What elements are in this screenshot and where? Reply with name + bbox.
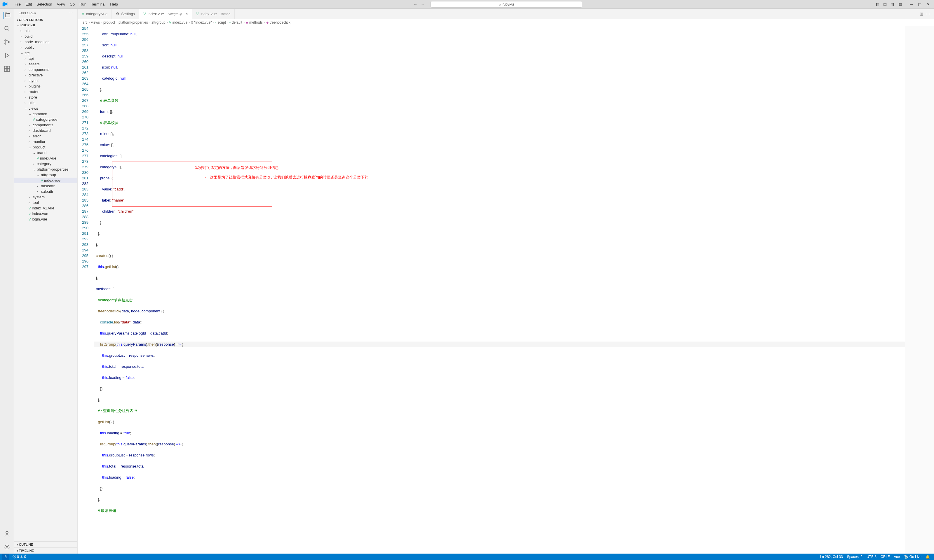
status-spaces[interactable]: Spaces: 2	[847, 555, 863, 559]
menu-bar: File Edit Selection View Go Run Terminal…	[10, 1, 120, 8]
close-icon[interactable]: ✕	[927, 2, 930, 6]
remote-button[interactable]: ⎘	[2, 554, 9, 560]
svg-point-8	[6, 531, 8, 534]
tab-close-icon[interactable]: ×	[186, 12, 188, 16]
folder-router[interactable]: ›router	[14, 89, 77, 94]
svg-rect-5	[5, 69, 7, 71]
folder-src[interactable]: ⌄src	[14, 50, 77, 56]
file-index-vue3[interactable]: Vindex.vue	[14, 211, 77, 217]
file-brand-index[interactable]: Vindex.vue	[14, 155, 77, 161]
folder-components[interactable]: ›components	[14, 67, 77, 72]
file-attrgroup-index[interactable]: Vindex.vue	[14, 178, 77, 183]
folder-directive[interactable]: ›directive	[14, 72, 77, 78]
timeline-section[interactable]: › TIMELINE	[14, 548, 77, 554]
file-login-vue[interactable]: Vlogin.vue	[14, 217, 77, 222]
folder-api[interactable]: ›api	[14, 56, 77, 61]
search-activity-icon[interactable]	[3, 25, 11, 32]
tab-index-brand[interactable]: Vindex.vue ...\brand	[192, 9, 235, 19]
extensions-icon[interactable]	[3, 65, 11, 72]
split-editor-icon[interactable]: ▥	[920, 12, 923, 16]
folder-layout[interactable]: ›layout	[14, 78, 77, 83]
project-section[interactable]: ⌄ RUOYI-UI	[14, 23, 77, 28]
menu-view[interactable]: View	[55, 1, 68, 8]
nav-forward-icon[interactable]: →	[421, 2, 425, 6]
explorer-title: EXPLORER	[18, 11, 36, 15]
svg-point-3	[8, 42, 9, 43]
folder-assets[interactable]: ›assets	[14, 61, 77, 67]
app-icon	[0, 2, 10, 7]
folder-saleattr[interactable]: ›saleattr	[14, 189, 77, 194]
nav-back-icon[interactable]: ←	[414, 2, 418, 6]
folder-brand[interactable]: ⌄brand	[14, 150, 77, 155]
layout-panel-icon[interactable]: ▤	[883, 2, 887, 6]
svg-rect-7	[7, 66, 10, 69]
folder-public[interactable]: ›public	[14, 45, 77, 50]
folder-plugins[interactable]: ›plugins	[14, 83, 77, 89]
tab-category[interactable]: Vcategory.vue	[78, 9, 112, 19]
menu-run[interactable]: Run	[77, 1, 89, 8]
code-area[interactable]: 2542552562572582592602612622632642652662…	[78, 26, 934, 554]
folder-node-modules[interactable]: ›node_modules	[14, 39, 77, 45]
outline-section[interactable]: › OUTLINE	[14, 542, 77, 548]
menu-go[interactable]: Go	[68, 1, 77, 8]
menu-help[interactable]: Help	[108, 1, 120, 8]
annotation-1: 写好时间绑定的方法，向后端发请求得到分组信息	[195, 165, 279, 170]
svg-rect-6	[7, 69, 10, 71]
layout-primary-icon[interactable]: ◧	[875, 2, 879, 6]
folder-monitor[interactable]: ›monitor	[14, 139, 77, 145]
file-category-vue[interactable]: Vcategory.vue	[14, 117, 77, 122]
folder-bin[interactable]: ›bin	[14, 28, 77, 34]
menu-terminal[interactable]: Terminal	[89, 1, 108, 8]
menu-file[interactable]: File	[12, 1, 23, 8]
folder-product[interactable]: ⌄product	[14, 145, 77, 150]
minimap[interactable]	[905, 26, 934, 554]
folder-views[interactable]: ⌄views	[14, 106, 77, 111]
menu-selection[interactable]: Selection	[34, 1, 54, 8]
folder-attrgroup[interactable]: ⌄attrgroup	[14, 172, 77, 178]
folder-baseattr[interactable]: ›baseattr	[14, 183, 77, 189]
explorer-sidebar: EXPLORER ⋯ › OPEN EDITORS ⌄ RUOYI-UI ›bi…	[14, 9, 78, 554]
maximize-icon[interactable]: ▢	[918, 2, 922, 6]
folder-system[interactable]: ›system	[14, 194, 77, 200]
debug-icon[interactable]	[3, 52, 11, 59]
folder-utils[interactable]: ›utils	[14, 100, 77, 106]
settings-gear-icon[interactable]	[3, 544, 11, 551]
more-icon[interactable]: ⋯	[69, 11, 73, 15]
folder-platform-properties[interactable]: ⌄platform-properties	[14, 166, 77, 172]
explorer-icon[interactable]	[3, 12, 11, 18]
code[interactable]: attrGroupName: null, sort: null, descrip…	[94, 26, 905, 554]
folder-store[interactable]: ›store	[14, 94, 77, 100]
status-errors[interactable]: ⓧ 0 ⚠ 0	[12, 554, 26, 559]
layout-secondary-icon[interactable]: ◨	[891, 2, 894, 6]
breadcrumb[interactable]: src› views› product› platform-properties…	[78, 19, 934, 26]
account-icon[interactable]	[3, 530, 11, 537]
status-bell-icon[interactable]: 🔔	[926, 555, 930, 559]
command-center[interactable]: ⌕ ruoyi-ui	[430, 1, 582, 8]
open-editors-section[interactable]: › OPEN EDITORS	[14, 17, 77, 23]
folder-components2[interactable]: ›components	[14, 122, 77, 128]
file-index-v1[interactable]: Vindex_v1.vue	[14, 205, 77, 211]
status-eol[interactable]: CRLF	[881, 555, 889, 559]
tab-index-attrgroup[interactable]: Vindex.vue ...\attrgroup×	[139, 9, 192, 19]
folder-common[interactable]: ⌄common	[14, 111, 77, 117]
folder-dashboard[interactable]: ›dashboard	[14, 128, 77, 133]
folder-error[interactable]: ›error	[14, 133, 77, 139]
menu-edit[interactable]: Edit	[23, 1, 34, 8]
folder-category[interactable]: ›category	[14, 161, 77, 166]
layout-customize-icon[interactable]: ▦	[899, 2, 902, 6]
activity-bar	[0, 9, 14, 554]
minimize-icon[interactable]: ─	[910, 2, 913, 6]
scm-icon[interactable]	[3, 38, 11, 46]
status-ln-col[interactable]: Ln 282, Col 33	[820, 555, 843, 559]
status-golive[interactable]: 📡 Go Live	[904, 555, 922, 559]
titlebar: File Edit Selection View Go Run Terminal…	[0, 0, 934, 9]
more-actions-icon[interactable]: ⋯	[926, 12, 930, 16]
tab-settings[interactable]: ⚙Settings	[112, 9, 139, 19]
folder-tool[interactable]: ›tool	[14, 200, 77, 205]
status-encoding[interactable]: UTF-8	[866, 555, 877, 559]
folder-build[interactable]: ›build	[14, 34, 77, 39]
svg-point-9	[6, 546, 8, 548]
status-lang[interactable]: Vue	[894, 555, 900, 559]
svg-point-0	[5, 26, 8, 30]
search-text: ruoyi-ui	[502, 2, 514, 6]
